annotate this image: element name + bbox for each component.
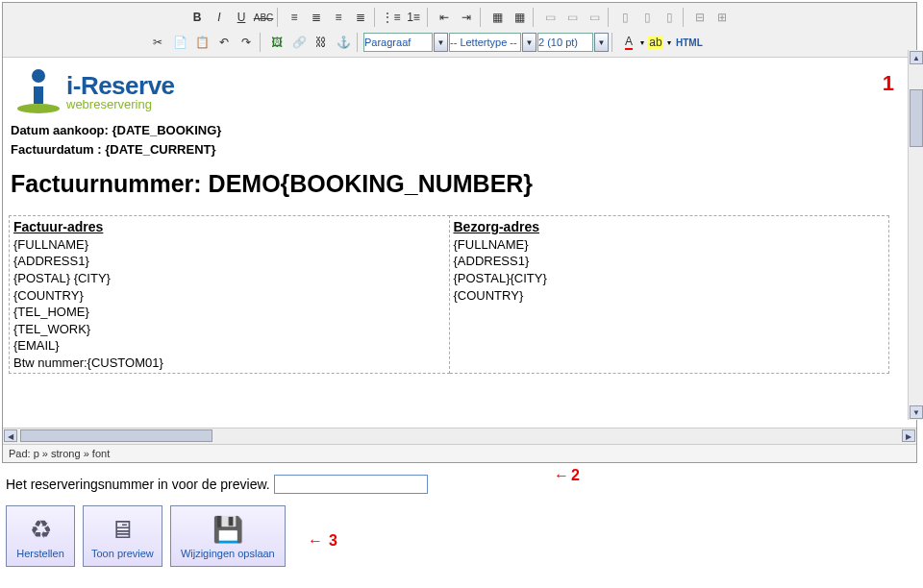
undo-button[interactable]: ↶ xyxy=(213,32,235,53)
button-row: ♻ Herstellen 🖥 Toon preview 💾 Wijziginge… xyxy=(0,498,923,575)
annotation-marker-1: 1 xyxy=(883,71,894,96)
align-center-button[interactable]: ≣ xyxy=(306,7,327,28)
split-cell-button[interactable]: ⊟ xyxy=(689,7,711,28)
font-family-select[interactable] xyxy=(449,33,521,52)
unlink-button[interactable]: ⛓ xyxy=(311,32,332,53)
separator xyxy=(480,8,484,27)
link-button[interactable]: 🔗 xyxy=(288,32,310,53)
separator xyxy=(260,33,263,52)
row-before-button[interactable]: ▭ xyxy=(539,7,561,28)
paste-button[interactable]: 📋 xyxy=(191,32,212,53)
indent-button[interactable]: ⇥ xyxy=(456,7,477,28)
delivery-line: {POSTAL}{CITY} xyxy=(454,270,886,287)
meta-line-1: Datum aankoop: {DATE_BOOKING} xyxy=(11,121,911,140)
separator xyxy=(277,8,281,27)
address-table: Factuur-adres {FULLNAME} {ADDRESS1} {POS… xyxy=(9,215,889,374)
table-button[interactable]: ▦ xyxy=(486,7,508,28)
scroll-up-arrow[interactable]: ▲ xyxy=(910,51,923,64)
bullet-list-button[interactable]: ⋮≡ xyxy=(381,7,402,28)
underline-button[interactable]: U xyxy=(231,7,252,28)
element-path-bar: Pad: p » strong » font xyxy=(3,444,916,462)
paragraph-select[interactable] xyxy=(363,33,433,52)
number-list-button[interactable]: 1≡ xyxy=(403,7,424,28)
align-left-button[interactable]: ≡ xyxy=(284,7,305,28)
billing-address-cell: Factuur-adres {FULLNAME} {ADDRESS1} {POS… xyxy=(10,216,450,374)
cut-button[interactable]: ✂ xyxy=(147,32,168,53)
highlight-button[interactable]: ab xyxy=(645,32,666,53)
hscroll-thumb[interactable] xyxy=(20,429,212,442)
separator xyxy=(533,8,536,27)
anchor-button[interactable]: ⚓ xyxy=(333,32,354,53)
separator xyxy=(683,8,686,27)
strikethrough-button[interactable]: ABC xyxy=(253,7,274,28)
billing-header: Factuur-adres xyxy=(13,218,445,236)
html-source-button[interactable]: HTML xyxy=(672,37,707,48)
annotation-marker-2: 2 xyxy=(554,467,580,484)
toolbar: B I U ABC ≡ ≣ ≡ ≣ ⋮≡ 1≡ ⇤ ⇥ ▦ ▦ ▭ ▭ ▭ ▯ … xyxy=(3,3,916,58)
show-preview-button[interactable]: 🖥 Toon preview xyxy=(83,505,162,567)
logo-icon xyxy=(16,69,61,113)
editor-content-area[interactable]: i-Reserve webreservering Datum aankoop: … xyxy=(3,58,916,428)
text-color-button[interactable]: A xyxy=(618,32,639,53)
font-size-select[interactable] xyxy=(537,33,593,52)
save-changes-button[interactable]: 💾 Wijzigingen opslaan xyxy=(170,505,286,567)
vertical-scrollbar[interactable]: ▲ ▼ xyxy=(908,50,923,420)
copy-button[interactable]: 📄 xyxy=(169,32,190,53)
separator xyxy=(608,8,611,27)
restore-icon: ♻ xyxy=(24,513,57,546)
delivery-line: {ADDRESS1} xyxy=(454,253,886,270)
restore-label: Herstellen xyxy=(16,548,64,559)
delivery-address-cell: Bezorg-adres {FULLNAME} {ADDRESS1} {POST… xyxy=(449,216,889,374)
scroll-left-arrow[interactable]: ◀ xyxy=(4,429,17,442)
billing-line: Btw nummer:{CUSTOM01} xyxy=(13,355,445,372)
image-button[interactable]: 🖼 xyxy=(266,32,287,53)
billing-line: {TEL_WORK} xyxy=(13,321,445,338)
col-after-button[interactable]: ▯ xyxy=(636,7,658,28)
editor-container: B I U ABC ≡ ≣ ≡ ≣ ⋮≡ 1≡ ⇤ ⇥ ▦ ▦ ▭ ▭ ▭ ▯ … xyxy=(2,2,917,463)
meta-line-2: Factuurdatum : {DATE_CURRENT} xyxy=(11,140,911,159)
preview-label: Het reserveringsnummer in voor de previe… xyxy=(6,477,270,492)
save-label: Wijzigingen opslaan xyxy=(181,548,275,559)
delivery-line: {FULLNAME} xyxy=(454,236,886,254)
restore-button[interactable]: ♻ Herstellen xyxy=(6,505,75,567)
billing-line: {ADDRESS1} xyxy=(13,253,445,270)
row-after-button[interactable]: ▭ xyxy=(561,7,583,28)
scroll-right-arrow[interactable]: ▶ xyxy=(902,429,915,442)
toolbar-row-1: B I U ABC ≡ ≣ ≡ ≣ ⋮≡ 1≡ ⇤ ⇥ ▦ ▦ ▭ ▭ ▭ ▯ … xyxy=(3,5,916,30)
redo-button[interactable]: ↷ xyxy=(236,32,257,53)
text-color-dropdown[interactable]: ▾ xyxy=(640,38,644,47)
invoice-title: Factuurnummer: DEMO{BOOKING_NUMBER} xyxy=(11,170,911,198)
paragraph-dropdown-arrow[interactable]: ▼ xyxy=(434,33,448,52)
separator xyxy=(611,33,615,52)
separator xyxy=(374,8,378,27)
horizontal-scrollbar[interactable]: ◀ ▶ xyxy=(3,428,916,444)
highlight-dropdown[interactable]: ▾ xyxy=(667,38,671,47)
scroll-thumb[interactable] xyxy=(910,89,923,147)
preview-icon: 🖥 xyxy=(106,513,138,546)
delivery-header: Bezorg-adres xyxy=(454,218,886,236)
preview-button-label: Toon preview xyxy=(91,548,154,559)
billing-line: {POSTAL} {CITY} xyxy=(13,270,445,287)
italic-button[interactable]: I xyxy=(209,7,230,28)
align-justify-button[interactable]: ≣ xyxy=(350,7,371,28)
billing-line: {TEL_HOME} xyxy=(13,304,445,321)
font-family-dropdown-arrow[interactable]: ▼ xyxy=(522,33,536,52)
delivery-line: {COUNTRY} xyxy=(454,287,886,305)
row-delete-button[interactable]: ▭ xyxy=(584,7,605,28)
logo: i-Reserve webreservering xyxy=(9,63,911,115)
col-before-button[interactable]: ▯ xyxy=(614,7,636,28)
table-props-button[interactable]: ▦ xyxy=(509,7,530,28)
merge-cell-button[interactable]: ⊞ xyxy=(711,7,733,28)
billing-line: {EMAIL} xyxy=(13,337,445,355)
billing-line: {COUNTRY} xyxy=(13,287,445,305)
separator xyxy=(427,8,431,27)
font-size-dropdown-arrow[interactable]: ▼ xyxy=(594,33,609,52)
scroll-down-arrow[interactable]: ▼ xyxy=(910,405,923,419)
bold-button[interactable]: B xyxy=(187,7,208,28)
align-right-button[interactable]: ≡ xyxy=(328,7,349,28)
save-icon: 💾 xyxy=(212,513,244,546)
preview-reservation-input[interactable] xyxy=(274,475,428,494)
outdent-button[interactable]: ⇤ xyxy=(434,7,455,28)
meta-info: Datum aankoop: {DATE_BOOKING} Factuurdat… xyxy=(9,115,911,159)
col-delete-button[interactable]: ▯ xyxy=(659,7,680,28)
